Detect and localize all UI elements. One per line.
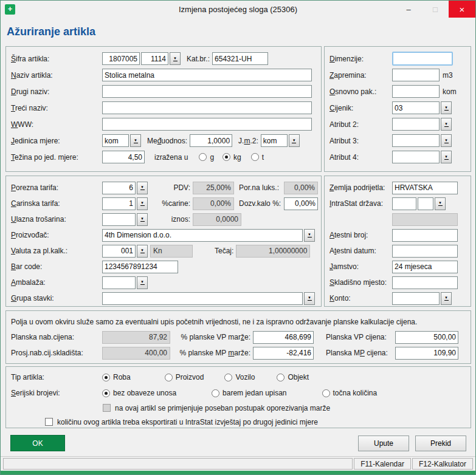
ok-button[interactable]: OK <box>10 435 65 451</box>
storage-location-input[interactable] <box>392 276 458 289</box>
volume-input[interactable] <box>392 69 440 81</box>
tip-objekt-label: Objekt <box>288 373 309 381</box>
close-button[interactable]: × <box>449 1 475 18</box>
radio-serial-exact[interactable] <box>322 389 330 397</box>
minimize-button[interactable]: – <box>395 1 422 18</box>
barcode-input[interactable] <box>102 261 178 273</box>
luxury-tax-field: 0,00% <box>284 182 318 194</box>
intrastat-code-input[interactable] <box>418 197 433 210</box>
article-code-dropdown-button[interactable]: ▼ <box>170 52 181 65</box>
planned-retail-margin-input[interactable] <box>253 347 314 360</box>
article-code2-input[interactable] <box>141 52 168 65</box>
excise-dropdown-button[interactable]: ▼ <box>137 213 148 226</box>
unit-t-label: t <box>262 153 264 162</box>
serijski-none-option: bez obaveze unosa <box>102 389 176 397</box>
unit2-input[interactable] <box>261 134 288 147</box>
third-name-input[interactable] <box>102 101 312 114</box>
katbr-label: Kat.br.: <box>187 55 210 63</box>
excise-input[interactable] <box>102 213 136 226</box>
planned-purchase-price-field: 87,92 <box>102 331 170 344</box>
ratio-input[interactable] <box>190 134 232 147</box>
radio-objekt[interactable] <box>277 374 285 381</box>
currency-input[interactable] <box>102 245 136 258</box>
dozv-kalo-label: Dozv.kalo %: <box>239 199 283 208</box>
attribute4-input[interactable] <box>392 151 440 163</box>
tip-proizvod-label: Proizvod <box>176 373 204 381</box>
tax-rate-dropdown-button[interactable]: ▼ <box>137 182 148 194</box>
unit2-dropdown-button[interactable]: ▼ <box>289 134 300 147</box>
atribut2-label: Atribut 2: <box>329 120 392 129</box>
attribute2-dropdown-button[interactable]: ▼ <box>441 118 452 131</box>
radio-serial-none[interactable] <box>102 389 110 397</box>
item-group-dropdown-button[interactable]: ▼ <box>304 292 315 305</box>
attribute4-dropdown-button[interactable]: ▼ <box>441 151 452 163</box>
price-list-dropdown-button[interactable]: ▼ <box>441 101 452 114</box>
radio-kilogram[interactable] <box>222 153 230 161</box>
dialog-window: Izmjena postojećeg sloga (25306) + – □ ×… <box>0 0 476 475</box>
second-name-input[interactable] <box>102 85 312 98</box>
unit-t-option: t <box>251 153 264 162</box>
unit-g-option: g <box>199 153 214 162</box>
manufacturer-dropdown-button[interactable]: ▼ <box>304 229 315 242</box>
www-input[interactable] <box>102 118 312 131</box>
certificate-date-input[interactable] <box>392 245 458 258</box>
warranty-input[interactable] <box>392 261 458 273</box>
radio-gram[interactable] <box>199 153 207 161</box>
unit-dropdown-button[interactable]: ▼ <box>130 134 141 147</box>
packaging-dropdown-button[interactable]: ▼ <box>137 276 148 289</box>
intrastat-country-input[interactable] <box>392 197 416 210</box>
customs-rate-input[interactable] <box>102 197 136 210</box>
radio-vozilo[interactable] <box>224 374 232 381</box>
arrow-down-icon: ▼ <box>140 248 144 252</box>
intrastat-dropdown-button[interactable]: ▼ <box>435 197 446 210</box>
atestni-broj-label: Atestni broj: <box>329 231 392 239</box>
arrow-down-icon: ▼ <box>438 201 442 205</box>
manufacturer-input[interactable] <box>102 229 303 242</box>
radio-proizvod[interactable] <box>165 374 173 381</box>
origin-country-input[interactable] <box>392 182 458 194</box>
maximize-button: □ <box>422 1 449 18</box>
currency-dropdown-button[interactable]: ▼ <box>137 245 148 258</box>
serijski-one-option: barem jedan upisan <box>212 389 286 397</box>
tip-vozilo-label: Vozilo <box>235 373 255 381</box>
planned-wholesale-price-input[interactable] <box>395 331 458 344</box>
attribute3-input[interactable] <box>392 134 440 147</box>
article-code-input[interactable] <box>102 52 140 65</box>
allowed-loss-input[interactable] <box>284 197 318 210</box>
customs-rate-dropdown-button[interactable]: ▼ <box>137 197 148 210</box>
account-dropdown-button[interactable]: ▼ <box>441 292 452 305</box>
intrastat-name-field <box>392 213 458 226</box>
arrow-down-icon: ▼ <box>140 201 144 205</box>
article-name-input[interactable] <box>102 69 312 81</box>
page-title: Ažuriranje artikla <box>7 26 95 38</box>
account-input[interactable] <box>392 292 440 305</box>
certificate-number-input[interactable] <box>392 229 458 242</box>
radio-serial-one[interactable] <box>212 389 219 397</box>
tax-rate-input[interactable] <box>102 182 136 194</box>
packaging-input[interactable] <box>102 276 136 289</box>
osnovno-pak-label: Osnovno pak.: <box>329 87 392 96</box>
unit-input[interactable] <box>102 134 129 147</box>
planned-retail-price-input[interactable] <box>395 347 458 360</box>
valuta-label: Valuta za pl.kalk.: <box>11 247 102 255</box>
attribute2-input[interactable] <box>392 118 440 131</box>
upute-button[interactable]: Upute <box>358 436 409 451</box>
item-group-input[interactable] <box>102 292 303 305</box>
catalog-number-input[interactable] <box>212 52 268 65</box>
ambalaza-label: Ambalaža: <box>11 278 102 287</box>
attribute3-dropdown-button[interactable]: ▼ <box>441 134 452 147</box>
arrow-down-icon: ▼ <box>444 138 448 142</box>
checkbox-intrastat-export[interactable] <box>45 418 53 426</box>
price-list-input[interactable] <box>392 101 440 114</box>
radio-ton[interactable] <box>251 153 259 161</box>
planned-wholesale-margin-input[interactable] <box>253 331 314 344</box>
treci-naziv-label: Treći naziv: <box>11 104 102 112</box>
dimensions-input[interactable] <box>392 52 453 66</box>
base-pack-input[interactable] <box>392 85 440 98</box>
serijski-exact-label: točna količina <box>333 389 378 397</box>
weight-input[interactable] <box>102 151 145 163</box>
group-planned-prices: Polja u ovom okviru služe samo za eventu… <box>5 310 471 364</box>
prekid-button[interactable]: Prekid <box>415 436 466 451</box>
radio-roba[interactable] <box>102 374 110 381</box>
minimize-icon: – <box>406 5 410 14</box>
